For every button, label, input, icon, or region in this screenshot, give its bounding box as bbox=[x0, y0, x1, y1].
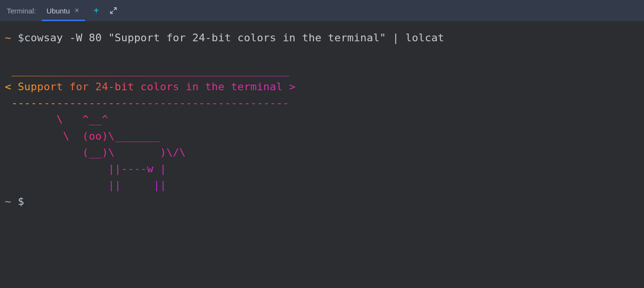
border-top-text: ________________________________________… bbox=[5, 62, 296, 79]
close-icon[interactable]: × bbox=[74, 6, 79, 15]
border-bot-text: ----------------------------------------… bbox=[5, 95, 296, 111]
cowsay-bubble: < Support for 24-bit colors in the termi… bbox=[5, 79, 639, 95]
cow-line-5: || || bbox=[5, 177, 639, 193]
prompt-dollar-2: $ bbox=[18, 195, 24, 207]
expand-icon[interactable] bbox=[110, 7, 117, 14]
prompt-tilde: ~ bbox=[5, 32, 11, 44]
cowsay-border-top: ________________________________________… bbox=[5, 62, 639, 79]
prompt-line-1: ~ $cowsay -W 80 "Support for 24-bit colo… bbox=[5, 30, 639, 46]
blank-line bbox=[5, 46, 639, 62]
cow-line-1: \ ^__^ bbox=[5, 111, 639, 128]
cow-line-2: \ (oo)\_______ bbox=[5, 128, 639, 144]
bubble-text: < Support for 24-bit colors in the termi… bbox=[5, 79, 296, 95]
prompt-tilde-2: ~ bbox=[5, 195, 11, 207]
cow-line-3: (__)\ )\/\ bbox=[5, 144, 639, 161]
cow5-text: || || bbox=[5, 177, 166, 193]
cow1-text: \ ^__^ bbox=[5, 111, 108, 128]
prompt-dollar: $ bbox=[18, 32, 24, 44]
terminal-tab-bar: Terminal: Ubuntu × + bbox=[0, 0, 644, 21]
tab-ubuntu[interactable]: Ubuntu × bbox=[42, 0, 85, 21]
command-text: cowsay -W 80 "Support for 24-bit colors … bbox=[24, 32, 444, 44]
tab-label: Ubuntu bbox=[47, 7, 70, 15]
cowsay-border-bottom: ----------------------------------------… bbox=[5, 95, 639, 111]
cow4-text: ||----w | bbox=[5, 161, 166, 177]
cow3-text: (__)\ )\/\ bbox=[5, 144, 186, 161]
cow-line-4: ||----w | bbox=[5, 161, 639, 177]
prompt-line-2: ~ $ bbox=[5, 193, 639, 210]
cow2-text: \ (oo)\_______ bbox=[5, 128, 160, 144]
tabbar-title: Terminal: bbox=[7, 7, 36, 15]
terminal-body[interactable]: ~ $cowsay -W 80 "Support for 24-bit colo… bbox=[0, 21, 644, 215]
new-tab-button[interactable]: + bbox=[94, 6, 99, 15]
